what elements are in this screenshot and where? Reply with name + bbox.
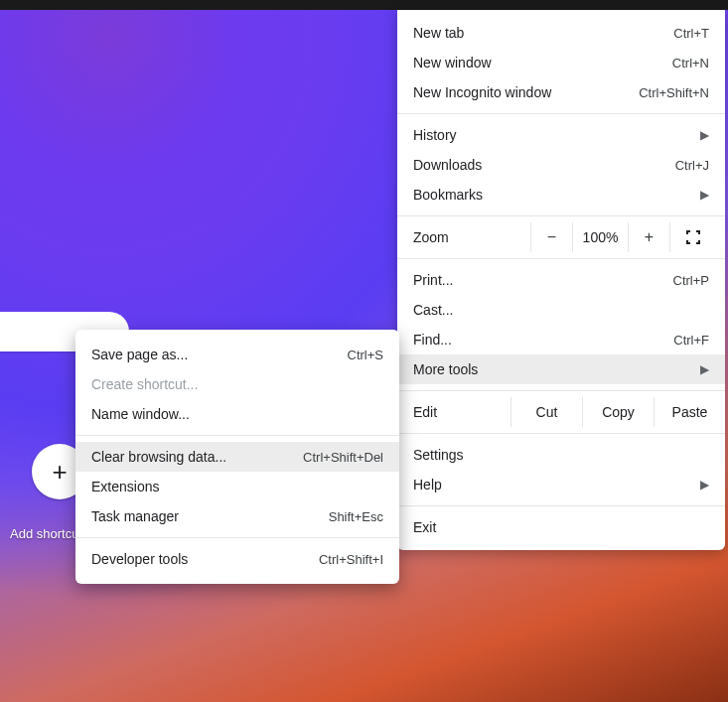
submenu-separator <box>75 435 399 436</box>
menu-print[interactable]: Print... Ctrl+P <box>397 265 725 295</box>
menu-help[interactable]: Help ▶ <box>397 470 725 499</box>
menu-item-label: Help <box>413 477 692 492</box>
submenu-item-shortcut: Shift+Esc <box>329 509 383 524</box>
fullscreen-icon <box>686 230 700 244</box>
chrome-menu: New tab Ctrl+T New window Ctrl+N New Inc… <box>397 10 725 550</box>
submenu-item-label: Developer tools <box>91 551 319 567</box>
submenu-item-label: Clear browsing data... <box>91 449 303 465</box>
submenu-item-label: Save page as... <box>91 347 348 362</box>
fullscreen-button[interactable] <box>669 222 715 252</box>
menu-new-incognito[interactable]: New Incognito window Ctrl+Shift+N <box>397 77 725 107</box>
menu-item-label: New Incognito window <box>413 84 639 100</box>
menu-item-label: New window <box>413 55 672 70</box>
menu-item-label: New tab <box>413 25 673 41</box>
paste-button[interactable]: Paste <box>654 397 725 427</box>
menu-item-label: Find... <box>413 332 673 348</box>
menu-bookmarks[interactable]: Bookmarks ▶ <box>397 180 725 210</box>
menu-item-label: Downloads <box>413 157 675 173</box>
menu-item-label: Print... <box>413 272 673 288</box>
menu-item-label: History <box>413 127 692 143</box>
menu-new-tab[interactable]: New tab Ctrl+T <box>397 18 725 48</box>
menu-history[interactable]: History ▶ <box>397 120 725 150</box>
menu-separator <box>397 113 725 114</box>
menu-item-label: Cast... <box>413 302 709 318</box>
menu-item-shortcut: Ctrl+F <box>673 333 709 348</box>
sub-task-manager[interactable]: Task manager Shift+Esc <box>75 501 399 531</box>
zoom-in-button[interactable]: + <box>628 222 669 252</box>
menu-item-label: Exit <box>413 519 709 535</box>
sub-developer-tools[interactable]: Developer tools Ctrl+Shift+I <box>75 544 399 574</box>
menu-more-tools[interactable]: More tools ▶ <box>397 354 725 384</box>
submenu-item-label: Name window... <box>91 406 383 422</box>
menu-find[interactable]: Find... Ctrl+F <box>397 325 725 354</box>
menu-downloads[interactable]: Downloads Ctrl+J <box>397 150 725 180</box>
menu-separator <box>397 215 725 216</box>
menu-edit-row: Edit Cut Copy Paste <box>397 397 725 427</box>
more-tools-submenu: Save page as... Ctrl+S Create shortcut..… <box>75 330 399 584</box>
copy-button[interactable]: Copy <box>582 397 654 427</box>
menu-separator <box>397 258 725 259</box>
menu-cast[interactable]: Cast... <box>397 295 725 325</box>
menu-zoom-row: Zoom − 100% + <box>397 222 725 252</box>
zoom-out-button[interactable]: − <box>530 222 572 252</box>
window-titlebar <box>0 0 728 10</box>
sub-clear-browsing-data[interactable]: Clear browsing data... Ctrl+Shift+Del <box>75 442 399 472</box>
submenu-item-shortcut: Ctrl+Shift+Del <box>303 450 383 465</box>
menu-item-shortcut: Ctrl+N <box>672 56 709 70</box>
submenu-item-label: Create shortcut... <box>91 376 383 392</box>
desktop-background: + Add shortcut New tab Ctrl+T New window… <box>0 0 728 702</box>
zoom-label: Zoom <box>413 229 530 245</box>
menu-separator <box>397 505 725 506</box>
menu-settings[interactable]: Settings <box>397 440 725 470</box>
cut-button[interactable]: Cut <box>510 397 582 427</box>
submenu-item-label: Extensions <box>91 479 383 494</box>
submenu-item-shortcut: Ctrl+Shift+I <box>319 552 383 567</box>
add-shortcut-label: Add shortcut <box>10 526 82 541</box>
submenu-chevron-icon: ▶ <box>700 128 709 142</box>
menu-item-label: Bookmarks <box>413 187 692 203</box>
sub-create-shortcut[interactable]: Create shortcut... <box>75 369 399 399</box>
submenu-chevron-icon: ▶ <box>700 188 709 202</box>
menu-exit[interactable]: Exit <box>397 512 725 542</box>
menu-item-shortcut: Ctrl+P <box>673 273 709 288</box>
sub-save-page[interactable]: Save page as... Ctrl+S <box>75 340 399 369</box>
submenu-item-label: Task manager <box>91 508 329 524</box>
submenu-chevron-icon: ▶ <box>700 362 709 376</box>
submenu-separator <box>75 537 399 538</box>
submenu-chevron-icon: ▶ <box>700 478 709 491</box>
submenu-item-shortcut: Ctrl+S <box>348 348 383 362</box>
menu-separator <box>397 433 725 434</box>
menu-item-shortcut: Ctrl+Shift+N <box>639 85 709 100</box>
menu-item-shortcut: Ctrl+T <box>673 26 709 41</box>
menu-item-shortcut: Ctrl+J <box>675 158 709 173</box>
menu-separator <box>397 390 725 391</box>
zoom-value: 100% <box>572 222 628 252</box>
sub-name-window[interactable]: Name window... <box>75 399 399 429</box>
zoom-controls: − 100% + <box>530 222 715 252</box>
menu-item-label: More tools <box>413 361 692 377</box>
menu-item-label: Settings <box>413 447 709 463</box>
edit-label: Edit <box>413 404 510 420</box>
menu-new-window[interactable]: New window Ctrl+N <box>397 48 725 77</box>
plus-icon: + <box>52 457 67 488</box>
sub-extensions[interactable]: Extensions <box>75 472 399 501</box>
